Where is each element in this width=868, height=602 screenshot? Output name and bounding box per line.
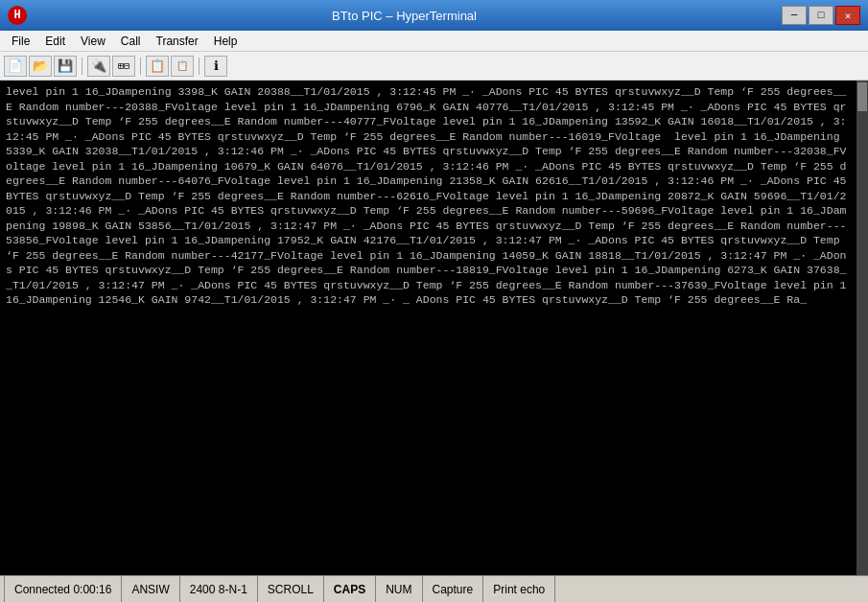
toolbar: 📄 📂 💾 🔌 ⊞⊟ 📋 📋 ℹ <box>0 52 868 81</box>
toolbar-separator-3 <box>199 58 199 75</box>
status-print-echo[interactable]: Print echo <box>483 576 555 602</box>
toolbar-separator-2 <box>140 58 141 75</box>
status-bar: Connected 0:00:16 ANSIW 2400 8-N-1 SCROL… <box>0 575 868 602</box>
status-connected: Connected 0:00:16 <box>4 576 122 602</box>
app-icon: H <box>8 6 27 25</box>
menu-bar: File Edit View Call Transfer Help <box>0 31 868 52</box>
terminal-output: level pin 1 16_JDampening 3398_K GAIN 20… <box>0 81 856 575</box>
connect-button[interactable]: 🔌 <box>87 56 110 77</box>
menu-edit[interactable]: Edit <box>37 33 73 50</box>
info-button[interactable]: ℹ <box>204 56 227 77</box>
menu-transfer[interactable]: Transfer <box>149 33 206 50</box>
maximize-button[interactable]: □ <box>809 6 833 25</box>
terminal-container[interactable]: level pin 1 16_JDampening 3398_K GAIN 20… <box>0 81 868 575</box>
toolbar-separator-1 <box>82 58 82 75</box>
menu-view[interactable]: View <box>73 33 113 50</box>
save-button[interactable]: 💾 <box>54 56 77 77</box>
status-caps: CAPS <box>324 576 376 602</box>
new-button[interactable]: 📄 <box>4 56 27 77</box>
copy-button[interactable]: 📋 <box>146 56 169 77</box>
scrollbar[interactable] <box>856 81 868 575</box>
status-baud: 2400 8-N-1 <box>180 576 258 602</box>
close-button[interactable]: ✕ <box>835 6 860 25</box>
title-bar: H BTto PIC – HyperTerminal ─ □ ✕ <box>0 0 868 31</box>
status-capture[interactable]: Capture <box>423 576 484 602</box>
status-num: NUM <box>376 576 422 602</box>
window-title: BTto PIC – HyperTerminal <box>33 9 776 23</box>
status-scroll: SCROLL <box>258 576 324 602</box>
status-encoding: ANSIW <box>122 576 179 602</box>
paste-button[interactable]: 📋 <box>171 56 194 77</box>
properties-button[interactable]: ⊞⊟ <box>112 56 135 77</box>
menu-call[interactable]: Call <box>113 33 149 50</box>
open-button[interactable]: 📂 <box>29 56 52 77</box>
minimize-button[interactable]: ─ <box>782 6 807 25</box>
window-controls: ─ □ ✕ <box>782 6 860 25</box>
menu-file[interactable]: File <box>4 33 37 50</box>
scroll-thumb[interactable] <box>857 82 867 111</box>
menu-help[interactable]: Help <box>206 33 246 50</box>
